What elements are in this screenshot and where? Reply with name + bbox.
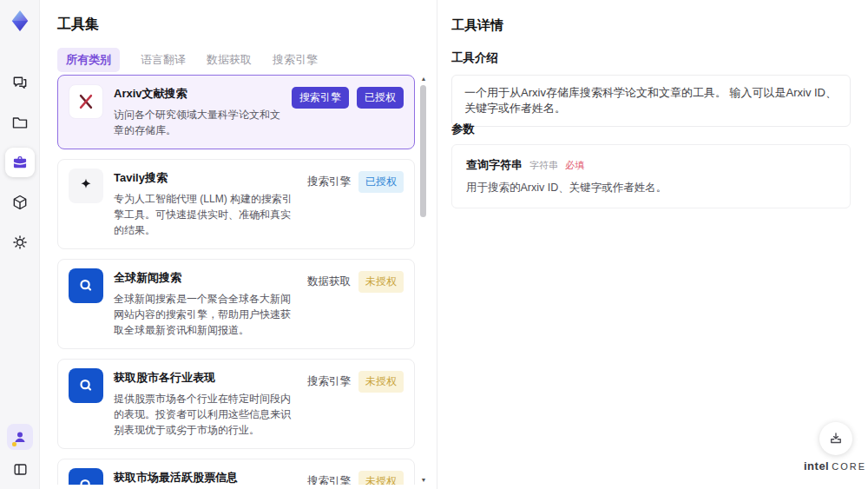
tool-card-stock-sectors[interactable]: 获取股市各行业表现 提供股票市场各个行业在特定时间段内的表现。投资者可以利用这些…: [57, 359, 415, 449]
sidebar-bottom: [0, 424, 40, 482]
tab-data-fetch[interactable]: 数据获取: [207, 48, 252, 72]
intel-brand-text: intel: [804, 459, 829, 472]
params-heading: 参数: [451, 122, 475, 137]
param-type: 字符串: [529, 159, 558, 172]
tab-all-categories[interactable]: 所有类别: [57, 48, 120, 72]
category-label: 搜索引擎: [307, 371, 351, 393]
category-badge: 搜索引擎: [292, 87, 349, 109]
param-required-badge: 必填: [565, 159, 584, 172]
tool-details-panel: 工具详情 工具介绍 一个用于从Arxiv存储库搜索科学论文和文章的工具。 输入可…: [437, 0, 868, 489]
briefcase-icon: [11, 154, 29, 171]
intro-heading: 工具介绍: [451, 50, 498, 66]
tool-card-global-news[interactable]: 全球新闻搜索 全球新闻搜索是一个聚合全球各大新闻网站内容的搜索引擎，帮助用户快速…: [57, 259, 415, 349]
scroll-up-arrow-icon[interactable]: ▲: [419, 75, 428, 83]
sidebar-item-tools[interactable]: [5, 148, 35, 177]
auth-status-badge: 未授权: [358, 371, 404, 393]
category-label: 数据获取: [307, 271, 351, 293]
tool-card-tavily[interactable]: Tavily搜索 专为人工智能代理 (LLM) 构建的搜索引擎工具。可快速提供实…: [57, 159, 415, 249]
tool-card-arxiv[interactable]: Arxiv文献搜索 访问各个研究领域大量科学论文和文章的存储库。 搜索引擎 已授…: [57, 75, 415, 149]
avatar-status-dot: [12, 442, 16, 446]
download-icon: [828, 431, 844, 446]
sidebar-item-files[interactable]: [5, 108, 35, 137]
tool-description: 专为人工智能代理 (LLM) 构建的搜索引擎工具。可快速提供实时、准确和真实的结…: [114, 191, 297, 238]
tab-search-engine[interactable]: 搜索引擎: [273, 48, 318, 72]
tool-name: 全球新闻搜索: [114, 270, 297, 286]
sidebar-nav: [5, 68, 35, 257]
tool-description: 访问各个研究领域大量科学论文和文章的存储库。: [114, 107, 281, 138]
category-tabs: 所有类别 语言翻译 数据获取 搜索引擎: [57, 48, 318, 72]
tool-name: 获取股市各行业表现: [114, 370, 297, 386]
chat-icon: [11, 74, 29, 91]
tool-name: Tavily搜索: [114, 170, 297, 186]
tab-language-translation[interactable]: 语言翻译: [141, 48, 186, 72]
arxiv-logo-icon: [69, 84, 103, 119]
tool-list: Arxiv文献搜索 访问各个研究领域大量科学论文和文章的存储库。 搜索引擎 已授…: [57, 75, 417, 485]
intel-core-logo: intelCORE: [804, 458, 859, 473]
panel-icon: [12, 461, 29, 478]
list-scrollbar[interactable]: ▲ ▼: [419, 75, 428, 485]
toolset-panel: 工具集 所有类别 语言翻译 数据获取 搜索引擎 Arxiv文献搜索 访问各个研究…: [41, 0, 437, 489]
intro-text-box: 一个用于从Arxiv存储库搜索科学论文和文章的工具。 输入可以是Arxiv ID…: [451, 75, 851, 127]
page-title: 工具集: [57, 16, 99, 34]
tavily-star-logo-icon: [69, 169, 103, 203]
sidebar-item-chat[interactable]: [5, 68, 35, 97]
stock-search-logo-icon: [69, 468, 103, 485]
auth-status-badge: 未授权: [358, 271, 404, 293]
scroll-down-arrow-icon[interactable]: ▼: [419, 476, 428, 485]
user-avatar-button[interactable]: [7, 424, 33, 450]
auth-status-badge: 已授权: [357, 87, 404, 109]
sidebar: [0, 0, 40, 489]
cube-icon: [11, 194, 29, 211]
auth-status-badge: 已授权: [358, 171, 404, 193]
param-description: 用于搜索的Arxiv ID、关键字或作者姓名。: [466, 181, 836, 195]
scrollbar-thumb[interactable]: [420, 85, 426, 217]
tool-description: 全球新闻搜索是一个聚合全球各大新闻网站内容的搜索引擎，帮助用户快速获取全球最新资…: [114, 291, 297, 338]
category-label: 搜索引擎: [307, 471, 351, 485]
stock-search-logo-icon: [69, 368, 103, 403]
folder-icon: [11, 114, 29, 131]
category-label: 搜索引擎: [307, 171, 351, 193]
download-button[interactable]: [819, 422, 852, 455]
sidebar-item-settings[interactable]: [5, 228, 35, 257]
collapse-panel-button[interactable]: [7, 456, 33, 482]
auth-status-badge: 未授权: [358, 471, 404, 485]
core-brand-text: CORE: [832, 461, 866, 472]
tool-description: 提供股票市场各个行业在特定时间段内的表现。投资者可以利用这些信息来识别表现优于或…: [114, 391, 297, 438]
news-search-logo-icon: [69, 268, 103, 303]
sidebar-item-packages[interactable]: [5, 188, 35, 217]
param-name: 查询字符串: [466, 157, 523, 173]
param-card: 查询字符串 字符串 必填 用于搜索的Arxiv ID、关键字或作者姓名。: [451, 144, 851, 208]
app-logo-diamond-icon[interactable]: [6, 7, 34, 35]
details-title: 工具详情: [451, 17, 503, 34]
tool-name: 获取市场最活跃股票信息: [114, 470, 297, 485]
tool-card-active-stocks[interactable]: 获取市场最活跃股票信息 提供当天交易量最高的股票列表，投资者可以利用这些信息来识…: [57, 459, 415, 485]
gear-icon: [11, 234, 29, 251]
tool-name: Arxiv文献搜索: [114, 86, 281, 102]
